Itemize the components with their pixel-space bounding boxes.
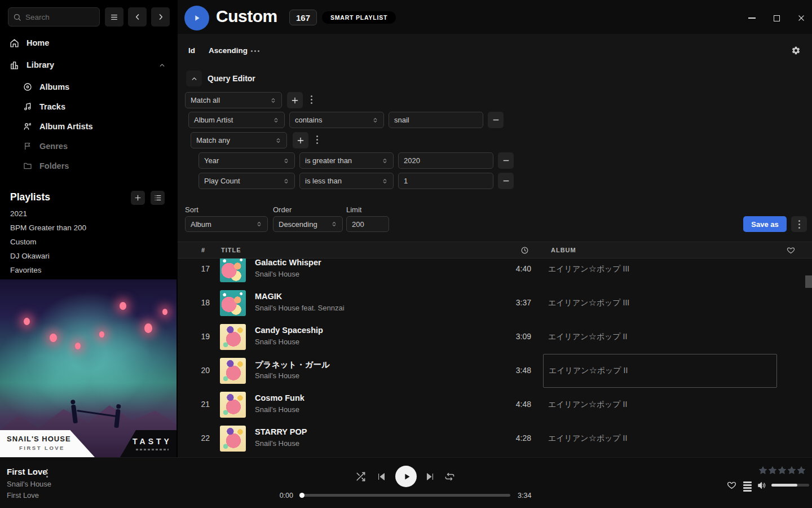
query-editor-collapse-button[interactable] [186,71,202,86]
track-album[interactable]: エイリアン☆ポップ II [548,332,627,342]
playlist-list-view-button[interactable] [151,191,165,205]
next-track-button[interactable] [425,472,435,481]
sort-select[interactable]: Album [185,216,268,232]
now-playing-menu-icon[interactable] [46,469,48,478]
window-minimize-button[interactable] [746,12,757,24]
sort-order-button[interactable]: Ascending [209,46,248,55]
star-icon[interactable] [797,466,806,475]
save-as-button[interactable]: Save as [743,216,787,232]
group-rule-operator-select[interactable]: is less than [299,173,394,189]
add-rule-button[interactable] [287,92,303,108]
limit-input[interactable]: 200 [346,216,389,232]
progress-bar[interactable] [302,494,510,497]
group-rule-value-input[interactable]: 2020 [398,152,493,169]
group-match-select[interactable]: Match any [191,132,287,148]
playlist-item[interactable]: Custom [10,238,37,249]
add-group-rule-button[interactable] [293,132,308,148]
group-rule-operator-select[interactable]: is greater than [299,152,394,169]
previous-track-button[interactable] [377,472,386,481]
track-album[interactable]: エイリアン☆ポップ III [548,264,629,274]
play-pause-button[interactable] [395,466,417,487]
star-icon[interactable] [758,466,767,475]
root-match-select[interactable]: Match all [185,92,282,108]
play-playlist-button[interactable] [184,6,209,30]
track-title[interactable]: STARRY POP [255,427,307,436]
track-artist[interactable]: Snail's House [255,270,299,278]
volume-slider[interactable] [771,484,809,487]
sidebar-item-genres[interactable]: Genres [0,138,178,154]
remove-rule-button[interactable] [498,152,514,169]
more-options-icon[interactable] [251,50,259,52]
title-column-header[interactable]: TITLE [221,247,241,253]
track-artist[interactable]: Snail's House [255,338,299,346]
group-menu-icon[interactable] [316,135,318,144]
album-cell-focused[interactable]: エイリアン☆ポップ II [543,354,777,388]
star-icon[interactable] [768,466,777,475]
track-album[interactable]: エイリアン☆ポップ II [548,400,627,410]
group-rule-value-input[interactable]: 1 [398,173,493,189]
sort-field-button[interactable]: Id [188,46,195,55]
window-maximize-button[interactable] [771,12,782,24]
album-cell[interactable]: エイリアン☆ポップ II [543,388,777,422]
track-artist[interactable]: Snail's House [255,371,299,380]
table-row[interactable]: 19 Candy Spaceship Snail's House 3:09 エイ… [178,320,812,354]
now-playing-album[interactable]: First Love [7,491,39,500]
album-cell[interactable]: エイリアン☆ポップ II [543,320,777,354]
volume-button[interactable] [757,480,767,491]
track-title[interactable]: Cosmo Funk [255,393,304,402]
sidebar-item-library[interactable]: Library [0,57,178,73]
add-playlist-button[interactable] [131,191,145,205]
track-title[interactable]: MAGIK [255,292,282,301]
remove-rule-button[interactable] [488,112,504,128]
save-menu-button[interactable] [791,216,807,232]
table-row[interactable]: 18 MAGIK Snail's House feat. Sennzai 3:3… [178,286,812,320]
now-playing-title[interactable]: First Love [7,467,47,476]
track-album[interactable]: エイリアン☆ポップ III [548,298,629,308]
track-title[interactable]: プラネット・ガール [255,360,330,370]
sidebar-item-album-artists[interactable]: Album Artists [0,119,178,134]
repeat-button[interactable] [444,471,455,482]
table-row[interactable]: 20 プラネット・ガール Snail's House 3:48 エイリアン☆ポッ… [178,354,812,388]
track-artist[interactable]: Snail's House feat. Sennzai [255,304,345,312]
group-rule-field-select[interactable]: Play Count [198,173,295,189]
window-close-button[interactable] [796,12,807,24]
rule-operator-select[interactable]: contains [289,112,384,128]
rule-field-select[interactable]: Album Artist [188,112,285,128]
playlist-item[interactable]: 2021 [10,209,27,221]
remove-rule-button[interactable] [498,173,514,189]
progress-handle[interactable] [299,493,304,498]
track-album[interactable]: エイリアン☆ポップ II [548,433,627,444]
scrollbar-thumb[interactable] [805,275,812,288]
index-column-header[interactable]: # [201,247,205,253]
sidebar-item-tracks[interactable]: Tracks [0,99,178,115]
duration-column-header[interactable] [520,246,529,256]
rule-group-menu-icon[interactable] [311,95,312,104]
table-row[interactable]: 22 STARRY POP Snail's House 4:28 エイリアン☆ポ… [178,422,812,456]
track-artist[interactable]: Snail's House [255,405,299,414]
nav-forward-button[interactable] [151,7,170,27]
queue-button[interactable] [743,481,752,492]
now-playing-artist[interactable]: Snail's House [7,480,51,488]
playlist-item[interactable]: DJ Okawari [10,252,50,263]
shuffle-button[interactable] [355,471,366,482]
sidebar-item-folders[interactable]: Folders [0,158,178,174]
nav-back-button[interactable] [128,7,147,27]
star-icon[interactable] [787,466,796,475]
search-input[interactable] [8,7,100,27]
album-column-header[interactable]: ALBUM [551,247,576,253]
group-rule-field-select[interactable]: Year [198,152,295,169]
sidebar-item-home[interactable]: Home [0,35,178,51]
settings-button[interactable] [791,46,801,58]
star-icon[interactable] [778,466,787,475]
table-row[interactable]: 21 Cosmo Funk Snail's House 4:48 エイリアン☆ポ… [178,388,812,422]
favorite-column-header[interactable] [787,246,795,256]
favorite-button[interactable] [727,480,736,490]
album-cell[interactable]: エイリアン☆ポップ II [543,422,777,456]
playlist-item[interactable]: BPM Greater than 200 [10,224,86,235]
track-title[interactable]: Galactic Whisper [255,258,321,267]
sidebar-item-albums[interactable]: Albums [0,79,178,95]
menu-button[interactable] [105,7,123,27]
album-cell[interactable]: エイリアン☆ポップ III [543,286,777,320]
order-select[interactable]: Descending [273,216,343,232]
rule-value-input[interactable]: snail [389,112,483,128]
